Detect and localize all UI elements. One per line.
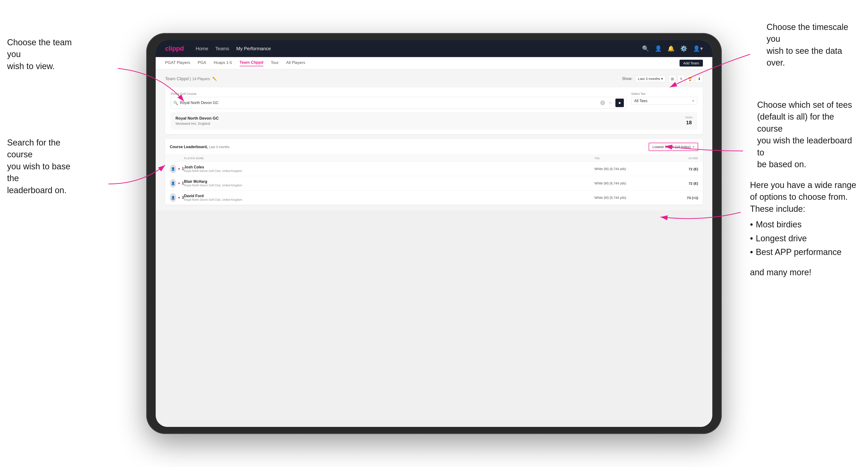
annotation-options: Here you have a wide range of options to… [750,179,856,279]
player-name: David Ford [184,194,594,198]
heart-icon[interactable]: ♥ [178,181,180,185]
add-team-button[interactable]: Add Team [680,60,703,66]
annotation-left1-text: Choose the team you wish to view. [7,37,72,71]
team-header: Team Clippd | 14 Players ✏️ Show: Last 3… [165,75,703,83]
nav-bar: clippd Home Teams My Performance 🔍 👤 🔔 ⚙… [156,40,712,57]
course-name: Royal North Devon GC [176,116,219,121]
holes-value: 18 [685,120,692,126]
leaderboard-title: Course Leaderboard, Last 3 months [170,145,229,149]
grid-view-icon[interactable]: ⊞ [669,75,676,83]
nav-link-teams[interactable]: Teams [215,46,229,52]
holes-label: Holes [685,116,692,119]
player-rank-cell: 👤 ♥ 1 [170,165,184,173]
annotation-tees: Choose which set of tees (default is all… [757,99,856,170]
subnav-pgat[interactable]: PGAT Players [165,60,190,66]
annotation-timescale: Choose the timescale you wish to see the… [767,21,856,69]
find-label: Find a Golf Course [171,92,626,96]
heart-icon[interactable]: ♥ [178,196,180,199]
show-label: Show: [622,76,632,81]
holes-box: Holes 18 [685,116,692,126]
tee-info: White (M) (6,744 yds) [594,181,660,185]
search-action-icon: ■ [619,101,621,105]
and-more-text: and many more! [750,267,856,278]
star-button[interactable]: ☆ [607,99,614,106]
tee-label: Select Tee [631,92,697,96]
player-avatar: 👤 [170,179,176,187]
player-col-header: PLAYER NAME [184,157,594,160]
player-name: Josh Coles [184,165,594,169]
bell-icon[interactable]: 🔔 [668,45,675,52]
trophy-icon[interactable]: 🏆 [686,75,694,83]
options-list: Most birdies Longest drive Best APP perf… [750,219,856,258]
main-content: Team Clippd | 14 Players ✏️ Show: Last 3… [156,69,712,210]
score-value: 73 (+1) [660,196,698,200]
tee-group: Select Tee All Tees ▾ [631,92,697,105]
player-name: Blair McHarg [184,180,594,184]
search-row: Find a Golf Course 🔍 Royal North Devon G… [171,92,697,109]
heart-icon[interactable]: ♥ [178,167,180,171]
subnav-allplayers[interactable]: All Players [286,60,305,66]
nav-link-myperformance[interactable]: My Performance [236,46,271,52]
subnav-teamclippd[interactable]: Team Clippd [240,60,264,66]
nav-link-home[interactable]: Home [195,46,208,52]
player-rank-cell: 👤 ♥ 3 [170,193,184,202]
annotation-left2-text: Search for the course you wish to base t… [7,138,70,195]
team-player-count: 14 Players [192,77,210,81]
player-info: David Ford Royal North Devon Golf Club, … [184,194,594,201]
player-info: Josh Coles Royal North Devon Golf Club, … [184,165,594,173]
course-info: Royal North Devon GC Westward Ho!, Engla… [176,116,219,125]
subnav-hcaps[interactable]: Hcaps 1-5 [214,60,232,66]
download-icon[interactable]: ⬇ [695,75,703,83]
search-input[interactable]: Royal North Devon GC [180,101,598,105]
table-row: 👤 ♥ 1 Josh Coles Royal North Devon Golf … [165,162,703,176]
leaderboard-title-text: Course Leaderboard, [170,145,208,149]
nav-logo: clippd [165,45,184,52]
player-info: Blair McHarg Royal North Devon Golf Club… [184,180,594,187]
rank-number: 1 [182,181,184,185]
subnav-tour[interactable]: Tour [271,60,279,66]
clear-button[interactable]: ✕ [600,100,605,105]
player-club: Royal North Devon Golf Club, United King… [184,184,594,187]
player-rank-cell: 👤 ♥ 1 [170,179,184,187]
tee-value: All Tees [634,99,647,103]
tee-info: White (M) (6,744 yds) [594,167,660,171]
player-avatar: 👤 [170,193,176,202]
leaderboard-body: 👤 ♥ 1 Josh Coles Royal North Devon Golf … [165,162,703,205]
annotation-right2-text: Choose which set of tees (default is all… [757,100,852,169]
chevron-down-icon: ▾ [692,99,694,103]
edit-team-icon[interactable]: ✏️ [212,76,217,81]
score-value: 72 (E) [660,181,698,185]
person-icon[interactable]: 👤 [655,45,662,52]
time-period-value: Last 3 months [638,76,660,81]
annotation-right3-text: Here you have a wide range of options to… [750,180,856,214]
leaderboard-subtitle: Last 3 months [209,145,229,149]
team-name: Team Clippd [165,76,189,81]
score-col-header: SCORE [660,157,698,160]
annotation-search-course: Search for the course you wish to base t… [7,137,83,196]
tee-col-header: TEE [594,157,660,160]
annotation-right1-text: Choose the timescale you wish to see the… [767,22,848,67]
tee-select[interactable]: All Tees ▾ [631,97,697,105]
rank-col-header [170,157,184,160]
settings-icon[interactable]: ⚙️ [680,45,687,52]
rank-number: 1 [182,167,184,171]
option-birdies: Most birdies [750,219,856,230]
view-icons: ⊞ ≡ 🏆 ⬇ [669,75,703,83]
account-icon[interactable]: 👤▾ [693,45,703,52]
player-club: Royal North Devon Golf Club, United King… [184,198,594,201]
option-drive: Longest drive [750,232,856,244]
time-period-select[interactable]: Last 3 months ▾ [636,75,665,82]
score-value: 72 (E) [660,167,698,171]
search-action-button[interactable]: ■ [615,99,624,107]
team-divider: | [190,76,192,81]
search-input-wrap: 🔍 Royal North Devon GC ✕ ☆ ■ [171,97,626,109]
list-view-icon[interactable]: ≡ [677,75,685,83]
annotation-choose-team: Choose the team you wish to view. [7,36,83,72]
search-icon[interactable]: 🔍 [642,45,649,52]
score-type-select[interactable]: Lowest Score (18 holes) ▾ [649,143,698,151]
leaderboard-card: Course Leaderboard, Last 3 months Lowest… [165,139,703,205]
nav-right: 🔍 👤 🔔 ⚙️ 👤▾ [642,45,703,52]
tablet-frame: clippd Home Teams My Performance 🔍 👤 🔔 ⚙… [146,33,722,434]
subnav-pga[interactable]: PGA [198,60,206,66]
chevron-down-icon-score: ▾ [692,145,694,149]
